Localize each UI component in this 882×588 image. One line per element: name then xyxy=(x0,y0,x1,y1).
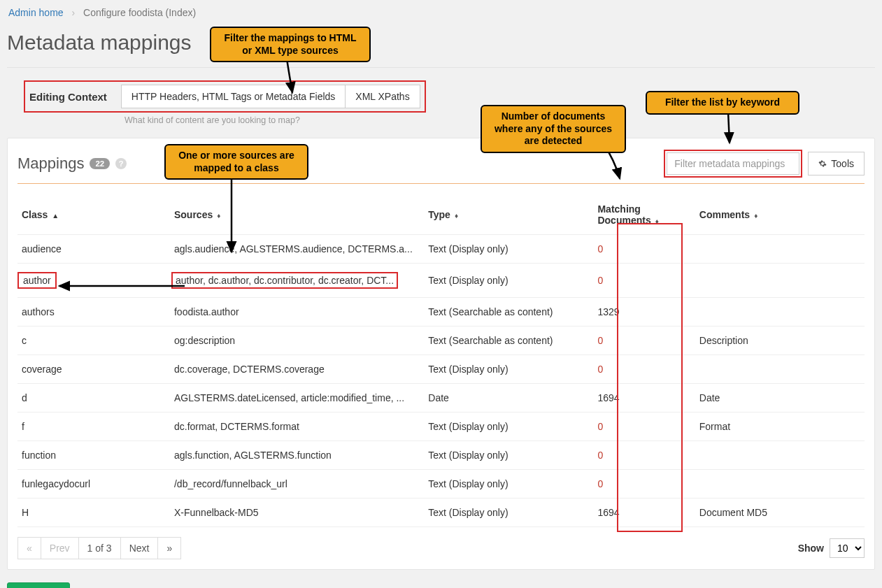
cell-class: c xyxy=(17,327,170,355)
cell-sources: AGLSTERMS.dateLicensed, article:modified… xyxy=(170,384,424,413)
help-icon[interactable]: ? xyxy=(115,158,127,169)
table-row[interactable]: audienceagls.audience, AGLSTERMS.audienc… xyxy=(17,235,865,264)
cell-sources: agls.function, AGLSTERMS.function xyxy=(170,441,424,470)
class-highlight: author xyxy=(17,272,57,289)
divider xyxy=(7,67,875,68)
editing-context-highlight: Editing Context HTTP Headers, HTML Tags … xyxy=(24,80,426,113)
cell-type: Text (Searchable as content) xyxy=(424,298,593,327)
callout-docs-detected: Number of documents where any of the sou… xyxy=(481,105,626,153)
cell-comments xyxy=(695,235,865,264)
sort-icon: ♦ xyxy=(655,217,658,225)
filter-mappings-input[interactable] xyxy=(667,152,799,175)
mappings-heading: Mappings xyxy=(17,155,84,173)
cell-type: Text (Display only) xyxy=(424,470,593,499)
cell-comments: Format xyxy=(695,413,865,441)
cell-type: Text (Searchable as content) xyxy=(424,327,593,355)
pager-info: 1 of 3 xyxy=(78,537,121,559)
editing-context-label: Editing Context xyxy=(29,91,107,103)
cell-type: Date xyxy=(424,384,593,413)
mappings-count-badge: 22 xyxy=(90,158,110,169)
pager-next-button[interactable]: Next xyxy=(120,537,159,559)
cell-class: d xyxy=(17,384,170,413)
pager-prev-button[interactable]: Prev xyxy=(41,537,79,559)
filter-highlight xyxy=(664,150,802,178)
cell-docs: 1694 xyxy=(593,384,695,413)
col-header-comments[interactable]: Comments♦ xyxy=(695,195,865,235)
cell-sources: author, dc.author, dc.contributor, dc.cr… xyxy=(170,264,424,298)
cell-class: function xyxy=(17,441,170,470)
orange-divider xyxy=(17,183,865,184)
table-row[interactable]: authorauthor, dc.author, dc.contributor,… xyxy=(17,264,865,298)
cell-docs: 1329 xyxy=(593,298,695,327)
sources-highlight: author, dc.author, dc.contributor, dc.cr… xyxy=(171,272,398,289)
cell-comments xyxy=(695,298,865,327)
table-row[interactable]: funlegacydocurl/db_record/funnelback_url… xyxy=(17,470,865,499)
cell-comments: Date xyxy=(695,384,865,413)
context-xml-button[interactable]: XML XPaths xyxy=(345,85,420,108)
add-new-button[interactable]: ✚ Add new xyxy=(7,582,70,588)
table-row[interactable]: HX-Funnelback-MD5Text (Display only)1694… xyxy=(17,499,865,527)
pager-last-button[interactable]: » xyxy=(157,537,181,559)
table-row[interactable]: cog:descriptionText (Searchable as conte… xyxy=(17,327,865,355)
pager-first-button[interactable]: « xyxy=(17,537,41,559)
cell-class: coverage xyxy=(17,355,170,384)
sort-icon: ♦ xyxy=(754,212,757,220)
mappings-panel: One or more sources are mapped to a clas… xyxy=(7,138,875,570)
cell-class: audience xyxy=(17,235,170,264)
cell-class: funlegacydocurl xyxy=(17,470,170,499)
col-header-type[interactable]: Type♦ xyxy=(424,195,593,235)
context-html-button[interactable]: HTTP Headers, HTML Tags or Metadata Fiel… xyxy=(121,85,346,108)
show-label: Show xyxy=(798,543,824,554)
cell-comments xyxy=(695,441,865,470)
cell-type: Text (Display only) xyxy=(424,499,593,527)
cell-comments: Description xyxy=(695,327,865,355)
show-select[interactable]: 10 xyxy=(830,538,865,558)
table-row[interactable]: fdc.format, DCTERMS.formatText (Display … xyxy=(17,413,865,441)
cell-class: authors xyxy=(17,298,170,327)
cell-docs: 0 xyxy=(593,441,695,470)
cell-sources: dc.coverage, DCTERMS.coverage xyxy=(170,355,424,384)
cell-docs: 0 xyxy=(593,355,695,384)
cell-comments xyxy=(695,355,865,384)
cell-sources: dc.format, DCTERMS.format xyxy=(170,413,424,441)
table-row[interactable]: coveragedc.coverage, DCTERMS.coverageTex… xyxy=(17,355,865,384)
sort-icon: ♦ xyxy=(455,212,457,220)
cell-sources: /db_record/funnelback_url xyxy=(170,470,424,499)
callout-sources-class: One or more sources are mapped to a clas… xyxy=(164,144,308,180)
cell-sources: agls.audience, AGLSTERMS.audience, DCTER… xyxy=(170,235,424,264)
cell-docs: 0 xyxy=(593,413,695,441)
cell-type: Text (Display only) xyxy=(424,264,593,298)
chevron-right-icon: › xyxy=(71,7,75,18)
cell-sources: og:description xyxy=(170,327,424,355)
callout-filter-types: Filter the mappings to HTML or XML type … xyxy=(210,27,371,62)
table-row[interactable]: dAGLSTERMS.dateLicensed, article:modifie… xyxy=(17,384,865,413)
cell-comments xyxy=(695,470,865,499)
breadcrumb: Admin home › Configure foodista (Index) xyxy=(7,3,875,21)
sort-asc-icon: ▲ xyxy=(52,212,59,220)
col-header-docs[interactable]: Matching Documents♦ xyxy=(593,195,695,235)
cell-comments: Document MD5 xyxy=(695,499,865,527)
cell-type: Text (Display only) xyxy=(424,235,593,264)
cell-class: f xyxy=(17,413,170,441)
breadcrumb-home-link[interactable]: Admin home xyxy=(8,7,64,18)
table-row[interactable]: authorsfoodista.authorText (Searchable a… xyxy=(17,298,865,327)
cell-docs: 0 xyxy=(593,264,695,298)
sort-icon: ♦ xyxy=(217,212,220,220)
cell-class: author xyxy=(17,264,170,298)
callout-filter-keyword: Filter the list by keyword xyxy=(646,91,799,115)
gear-icon xyxy=(818,159,827,168)
cell-docs: 0 xyxy=(593,327,695,355)
cell-comments xyxy=(695,264,865,298)
breadcrumb-current: Configure foodista (Index) xyxy=(83,7,196,18)
tools-button[interactable]: Tools xyxy=(808,152,865,175)
cell-type: Text (Display only) xyxy=(424,441,593,470)
mappings-table: Class▲ Sources♦ Type♦ Matching Documents… xyxy=(17,195,865,527)
cell-class: H xyxy=(17,499,170,527)
cell-docs: 0 xyxy=(593,470,695,499)
cell-type: Text (Display only) xyxy=(424,413,593,441)
col-header-sources[interactable]: Sources♦ xyxy=(170,195,424,235)
cell-type: Text (Display only) xyxy=(424,355,593,384)
col-header-class[interactable]: Class▲ xyxy=(17,195,170,235)
tools-button-label: Tools xyxy=(831,158,854,169)
table-row[interactable]: functionagls.function, AGLSTERMS.functio… xyxy=(17,441,865,470)
